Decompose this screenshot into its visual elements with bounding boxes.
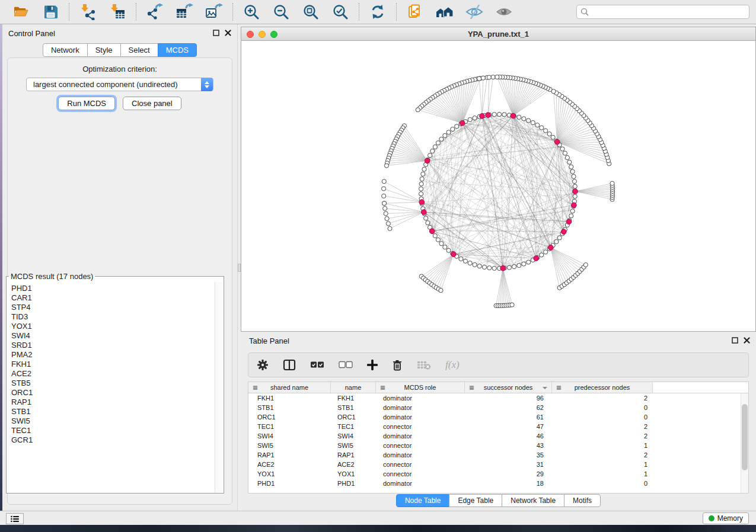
cell-successor-nodes[interactable]: 31: [465, 460, 552, 469]
import-network-button[interactable]: [77, 2, 98, 22]
cell-shared-name[interactable]: TEC1: [248, 422, 331, 431]
open-session-button[interactable]: [10, 2, 31, 22]
cell-successor-nodes[interactable]: 35: [465, 450, 552, 460]
column-header-successor-nodes[interactable]: ▦successor nodes: [465, 382, 552, 393]
tab-edge-table[interactable]: Edge Table: [449, 494, 502, 507]
hide-selected-button[interactable]: [464, 2, 485, 22]
zoom-in-button[interactable]: [241, 2, 262, 22]
mcds-list-scrollbar[interactable]: [215, 282, 223, 492]
column-header-name[interactable]: name: [331, 382, 376, 393]
mcds-result-item[interactable]: PMA2: [11, 350, 214, 360]
export-network-button[interactable]: [144, 2, 165, 22]
cell-MCDS-role[interactable]: connector: [376, 441, 465, 450]
cell-successor-nodes[interactable]: 43: [465, 441, 552, 450]
cell-shared-name[interactable]: YOX1: [248, 469, 331, 479]
cell-name[interactable]: STB1: [331, 403, 376, 412]
show-hidden-button[interactable]: [493, 2, 515, 22]
cell-MCDS-role[interactable]: dominator: [376, 479, 465, 488]
cell-MCDS-role[interactable]: dominator: [376, 450, 465, 460]
select-all-button[interactable]: [310, 361, 324, 369]
mcds-result-item[interactable]: STB5: [11, 379, 214, 388]
mcds-result-item[interactable]: SRD1: [11, 341, 214, 350]
cell-name[interactable]: TEC1: [331, 422, 376, 431]
column-header-predecessor-nodes[interactable]: ▦predecessor nodes: [552, 382, 653, 393]
mcds-result-item[interactable]: TID3: [11, 312, 214, 322]
close-panel-icon[interactable]: [225, 30, 231, 36]
cell-successor-nodes[interactable]: 18: [465, 479, 552, 488]
zoom-selected-button[interactable]: [330, 2, 351, 22]
tab-select[interactable]: Select: [120, 43, 158, 57]
cell-predecessor-nodes[interactable]: 2: [552, 431, 653, 441]
cell-successor-nodes[interactable]: 29: [465, 469, 552, 479]
cell-predecessor-nodes[interactable]: 1: [552, 441, 653, 450]
table-scrollbar-thumb[interactable]: [742, 404, 748, 470]
refresh-button[interactable]: [367, 2, 388, 22]
mcds-result-item[interactable]: GCR1: [11, 435, 214, 445]
mcds-result-item[interactable]: RAP1: [11, 398, 214, 407]
cell-MCDS-role[interactable]: connector: [376, 469, 465, 479]
column-header-MCDS-role[interactable]: ▦MCDS role: [376, 382, 465, 393]
show-all-button[interactable]: [434, 2, 455, 22]
zoom-out-button[interactable]: [270, 2, 292, 22]
cell-shared-name[interactable]: SWI5: [248, 441, 331, 450]
float-panel-icon[interactable]: [213, 30, 219, 36]
cell-name[interactable]: FKH1: [331, 393, 376, 403]
table-body[interactable]: FKH1FKH1dominator962STB1STB1dominator620…: [248, 393, 748, 488]
cell-shared-name[interactable]: ORC1: [248, 412, 331, 422]
mcds-result-item[interactable]: STB1: [11, 407, 214, 416]
table-row[interactable]: SWI4SWI4dominator462: [248, 431, 748, 441]
cell-name[interactable]: SWI5: [331, 441, 376, 450]
clone-network-button[interactable]: [404, 2, 426, 22]
cell-successor-nodes[interactable]: 96: [465, 393, 552, 403]
save-session-button[interactable]: [40, 2, 61, 22]
import-table-button[interactable]: [107, 2, 128, 22]
cell-successor-nodes[interactable]: 61: [465, 412, 552, 422]
tab-motifs[interactable]: Motifs: [564, 494, 601, 507]
table-row[interactable]: ORC1ORC1dominator610: [248, 412, 748, 422]
cell-successor-nodes[interactable]: 46: [465, 431, 552, 441]
mcds-result-item[interactable]: STP4: [11, 303, 214, 312]
mcds-result-item[interactable]: SWI5: [11, 416, 214, 426]
table-row[interactable]: STB1STB1dominator620: [248, 403, 748, 412]
column-header-shared-name[interactable]: ▦shared name: [248, 382, 331, 393]
table-row[interactable]: FKH1FKH1dominator962: [248, 393, 748, 403]
cell-predecessor-nodes[interactable]: 0: [552, 479, 653, 488]
network-window-titlebar[interactable]: YPA_prune.txt_1: [241, 27, 755, 41]
mcds-result-item[interactable]: SWI4: [11, 331, 214, 341]
table-row[interactable]: ACE2ACE2connector311: [248, 460, 748, 469]
table-row[interactable]: RAP1RAP1dominator352: [248, 450, 748, 460]
cell-predecessor-nodes[interactable]: 2: [552, 393, 653, 403]
table-scrollbar[interactable]: [741, 393, 748, 493]
memory-button[interactable]: Memory: [703, 512, 749, 524]
close-panel-icon[interactable]: [744, 337, 750, 344]
cell-shared-name[interactable]: STB1: [248, 403, 331, 412]
cell-name[interactable]: SWI4: [331, 431, 376, 441]
table-split-view-button[interactable]: [283, 359, 296, 371]
table-row[interactable]: YOX1YOX1connector291: [248, 469, 748, 479]
mcds-result-item[interactable]: TEC1: [11, 426, 214, 435]
cell-name[interactable]: PHD1: [331, 479, 376, 488]
network-canvas[interactable]: [241, 41, 755, 331]
cell-name[interactable]: RAP1: [331, 450, 376, 460]
export-image-button[interactable]: [203, 2, 225, 22]
mcds-result-item[interactable]: YOX1: [11, 322, 214, 331]
cell-name[interactable]: YOX1: [331, 469, 376, 479]
deselect-all-button[interactable]: [339, 361, 353, 369]
task-history-button[interactable]: [6, 513, 24, 524]
close-panel-button[interactable]: Close panel: [123, 97, 181, 110]
tab-style[interactable]: Style: [87, 43, 121, 57]
cell-predecessor-nodes[interactable]: 2: [552, 422, 653, 431]
cell-predecessor-nodes[interactable]: 1: [552, 469, 653, 479]
cell-successor-nodes[interactable]: 62: [465, 403, 552, 412]
create-column-button[interactable]: [367, 360, 378, 370]
table-settings-button[interactable]: [257, 359, 269, 371]
cell-MCDS-role[interactable]: connector: [376, 422, 465, 431]
optimization-criterion-select[interactable]: largest connected component (undirected): [26, 78, 213, 91]
tab-network-table[interactable]: Network Table: [502, 494, 564, 507]
cell-predecessor-nodes[interactable]: 1: [552, 460, 653, 469]
run-mcds-button[interactable]: Run MCDS: [58, 97, 115, 110]
cell-MCDS-role[interactable]: connector: [376, 460, 465, 469]
mcds-result-list[interactable]: PHD1CAR1STP4TID3YOX1SWI4SRD1PMA2FKH1ACE2…: [7, 282, 214, 492]
cell-MCDS-role[interactable]: dominator: [376, 412, 465, 422]
table-row[interactable]: SWI5SWI5connector431: [248, 441, 748, 450]
